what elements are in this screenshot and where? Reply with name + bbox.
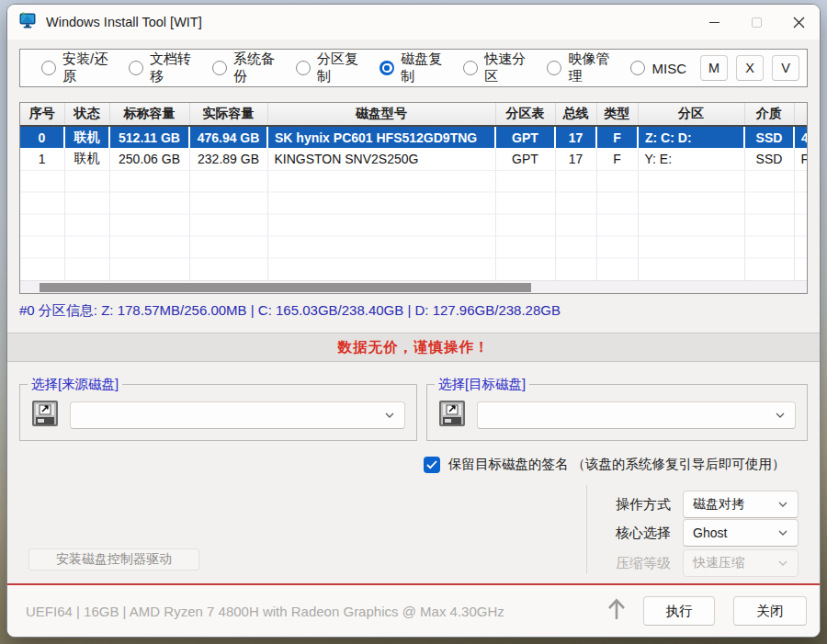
close-button[interactable] [777, 5, 820, 40]
radio-icon [463, 61, 478, 75]
cell-partitions[interactable]: Y: E: [638, 148, 744, 170]
operation-mode-label: 操作方式 [616, 496, 671, 514]
compression-level-label: 压缩等级 [616, 555, 671, 572]
table-header-row: 序号 状态 标称容量 实际容量 磁盘型号 分区表 总线 类型 分区 介质 [20, 103, 807, 126]
mode-misc[interactable]: MISC [630, 61, 686, 76]
radio-icon [547, 61, 561, 75]
mode-image-manage[interactable]: 映像管理 [547, 51, 617, 85]
cell-bus[interactable]: 17 [555, 148, 596, 170]
app-window: Windows Install Tool [WIT] 安装/还原 文档转移 系统… [6, 4, 821, 638]
col-header-type[interactable]: 类型 [596, 103, 638, 126]
m-button[interactable]: M [700, 55, 728, 81]
chevron-down-icon [775, 410, 786, 421]
cell-actual[interactable]: 232.89 GB [189, 148, 267, 170]
col-header-bus[interactable]: 总线 [555, 103, 596, 126]
cell-actual[interactable]: 476.94 GB [189, 126, 267, 148]
mode-label: 系统备份 [233, 51, 282, 85]
operation-mode-value: 磁盘对拷 [693, 496, 744, 513]
mode-doc-transfer[interactable]: 文档转移 [129, 51, 198, 85]
warning-text: 数据无价，谨慎操作！ [338, 338, 490, 357]
close-dialog-button[interactable]: 关闭 [733, 596, 807, 626]
target-disk-combobox[interactable] [477, 401, 796, 429]
col-header-media[interactable]: 介质 [744, 103, 794, 126]
cell-status[interactable]: 联机 [64, 148, 109, 170]
v-button[interactable]: V [772, 55, 799, 81]
cell-model[interactable]: SK hynix PC601 HFS512GD9TNG [267, 126, 495, 148]
cell-nominal[interactable]: 250.06 GB [109, 148, 189, 170]
cell-model[interactable]: KINGSTON SNV2S250G [267, 148, 495, 170]
cell-extra[interactable]: 480 [794, 126, 807, 148]
core-select-label: 核心选择 [616, 525, 671, 542]
source-disk-combobox[interactable] [70, 401, 405, 429]
col-header-index[interactable]: 序号 [20, 103, 64, 126]
system-info-text: UEFI64 | 16GB | AMD Ryzen 7 4800H with R… [26, 604, 605, 619]
keep-signature-checkbox[interactable]: 保留目标磁盘的签名 （该盘的系统修复引导后即可使用） [424, 456, 808, 473]
warning-banner: 数据无价，谨慎操作！ [7, 333, 820, 362]
table-empty-area [20, 170, 807, 280]
cell-type[interactable]: F [596, 148, 638, 170]
mode-disk-copy[interactable]: 磁盘复制 [380, 51, 449, 85]
maximize-button[interactable] [735, 5, 777, 40]
operation-mode-combobox[interactable]: 磁盘对拷 [683, 491, 799, 518]
mode-label: MISC [651, 61, 686, 76]
x-button[interactable]: X [736, 55, 764, 81]
install-disk-driver-button: 安装磁盘控制器驱动 [28, 548, 199, 571]
col-header-actual[interactable]: 实际容量 [189, 103, 267, 126]
up-arrow-icon[interactable] [605, 596, 629, 626]
scrollbar-thumb[interactable] [40, 283, 531, 292]
mode-install-restore[interactable]: 安装/还原 [41, 51, 115, 85]
cell-index[interactable]: 1 [20, 148, 64, 170]
cell-index[interactable]: 0 [20, 126, 64, 148]
core-select-combobox[interactable]: Ghost [683, 519, 799, 547]
disk-icon [436, 399, 468, 432]
options-area: 操作方式 磁盘对拷 核心选择 Ghost 压缩等级 快速压缩 [7, 479, 820, 582]
minimize-icon [709, 22, 719, 23]
col-header-partitions[interactable]: 分区 [638, 103, 744, 126]
horizontal-scrollbar[interactable] [20, 280, 807, 293]
col-header-status[interactable]: 状态 [64, 103, 109, 126]
cell-status[interactable]: 联机 [64, 126, 109, 148]
col-header-nominal[interactable]: 标称容量 [109, 103, 189, 126]
core-select-value: Ghost [693, 525, 727, 540]
cell-media[interactable]: SSD [744, 148, 794, 170]
mode-quick-partition[interactable]: 快速分区 [463, 51, 533, 85]
disk-table: 序号 状态 标称容量 实际容量 磁盘型号 分区表 总线 类型 分区 介质 0 联… [19, 102, 808, 294]
mode-partition-copy[interactable]: 分区复制 [296, 51, 366, 85]
close-icon [793, 17, 805, 28]
checkbox-label: 保留目标磁盘的签名 （该盘的系统修复引导后即可使用） [448, 456, 786, 473]
col-header-parttable[interactable]: 分区表 [495, 103, 555, 126]
mode-system-backup[interactable]: 系统备份 [212, 51, 282, 85]
mode-label: 安装/还原 [62, 51, 115, 85]
core-select-row: 核心选择 Ghost [616, 519, 799, 547]
maximize-icon [752, 17, 762, 28]
cell-parttable[interactable]: GPT [495, 126, 555, 148]
table-row-disk1[interactable]: 1 联机 250.06 GB 232.89 GB KINGSTON SNV2S2… [20, 148, 807, 170]
disk-icon [29, 399, 61, 432]
chevron-down-icon [777, 499, 788, 510]
source-group-title: 选择[来源磁盘] [28, 376, 122, 393]
cell-bus[interactable]: 17 [555, 126, 596, 148]
compression-level-value: 快速压缩 [693, 555, 744, 571]
col-header-model[interactable]: 磁盘型号 [267, 103, 495, 126]
table-row-disk0[interactable]: 0 联机 512.11 GB 476.94 GB SK hynix PC601 … [20, 126, 807, 148]
cell-nominal[interactable]: 512.11 GB [109, 126, 189, 148]
checkbox-checked-icon [424, 457, 440, 473]
mode-label: 磁盘复制 [401, 51, 449, 85]
cell-extra[interactable]: F12 [794, 148, 807, 170]
source-disk-group: 选择[来源磁盘] [19, 384, 417, 441]
mode-label: 分区复制 [317, 51, 366, 85]
cell-partitions[interactable]: Z: C: D: [638, 126, 744, 148]
radio-icon [296, 61, 311, 75]
cell-parttable[interactable]: GPT [495, 148, 555, 170]
compression-level-row: 压缩等级 快速压缩 [616, 549, 799, 577]
radio-icon [630, 61, 645, 75]
execute-button[interactable]: 执行 [643, 596, 715, 626]
operation-mode-row: 操作方式 磁盘对拷 [616, 491, 799, 518]
radio-checked-icon [380, 61, 394, 75]
minimize-button[interactable] [693, 5, 735, 40]
cell-media[interactable]: SSD [744, 126, 794, 148]
cell-type[interactable]: F [596, 126, 638, 148]
toolbar-extra-buttons: M X V [700, 55, 799, 81]
chevron-down-icon [384, 410, 395, 421]
mode-label: 快速分区 [484, 51, 533, 85]
